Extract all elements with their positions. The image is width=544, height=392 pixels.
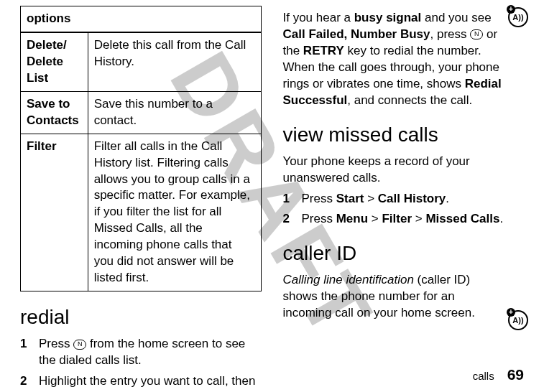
missed-step2: Press Menu > Filter > Missed Calls. [302,211,525,228]
redial-step2: Highlight the entry you want to call, th… [39,373,262,392]
busy-signal-paragraph: If you hear a busy signal and you see Ca… [283,10,503,109]
missed-calls-intro: Your phone keeps a record of your unansw… [283,154,525,187]
opt-delete-desc: Delete this call from the Call History. [88,32,261,91]
options-header: options [21,6,262,32]
options-table: options Delete/ Delete List Delete this … [20,6,262,291]
caller-id-heading: caller ID [283,242,525,265]
caller-id-paragraph: Calling line identification (caller ID) … [283,272,503,322]
step-number: 1 [20,336,39,369]
missed-calls-heading: view missed calls [283,123,525,146]
redial-heading: redial [20,306,262,329]
opt-filter-label: Filter [21,134,88,291]
step-number: 2 [20,373,39,392]
step-number: 1 [283,191,302,207]
step-number: 2 [283,211,302,228]
network-feature-badge-icon: + A)) [508,310,528,330]
send-key-icon: N [73,340,86,350]
opt-delete-label: Delete/ Delete List [21,32,88,91]
opt-filter-desc: Filter all calls in the Call History lis… [88,134,261,291]
network-feature-badge-icon: + A)) [508,7,528,27]
missed-step1: Press Start > Call History. [302,191,525,207]
send-key-icon: N [470,29,483,39]
opt-save-label: Save to Contacts [21,91,88,134]
redial-step1: Press N from the home screen to see the … [39,336,262,369]
opt-save-desc: Save this number to a contact. [88,91,261,134]
